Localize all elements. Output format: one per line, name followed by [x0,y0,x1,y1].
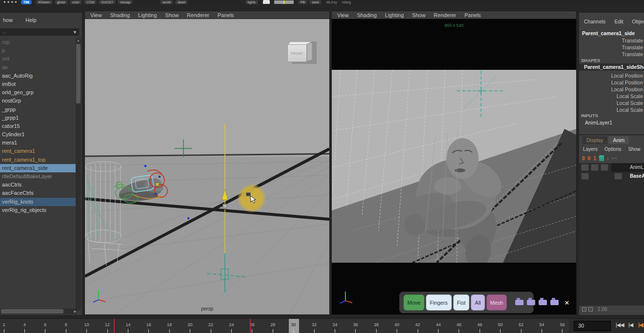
channel-attribute[interactable]: Local Position [579,86,644,93]
outliner-item[interactable]: p [0,46,76,55]
layer-stack-icon[interactable] [599,155,604,161]
lock-toggle[interactable] [601,164,608,171]
viewport-menu-item[interactable]: Renderer [187,12,209,18]
viewport-canvas[interactable]: FRONT persp [85,19,329,314]
anim-layer-row[interactable]: BaseA [579,172,644,181]
timeline-tick[interactable]: 42 [408,319,427,333]
outliner-item[interactable]: cator15 [0,122,76,130]
playblast-button[interactable]: PB [298,0,307,4]
save-button[interactable]: save [309,0,322,4]
timeline-toggle-icon[interactable] [274,0,294,4]
timeline-tick[interactable]: 10 [77,319,97,333]
close-icon[interactable]: × [564,298,569,307]
outliner-item[interactable]: aacFaceCtrls [0,189,76,197]
timeline-tick[interactable]: 20 [181,319,200,333]
outliner-item[interactable]: Cylinder1 [0,130,76,139]
chevron-down-icon[interactable]: ▼ [73,29,77,36]
outliner-item[interactable]: de [0,63,76,72]
viewport-menu-item[interactable]: Renderer [434,12,456,18]
link-icon[interactable]: ⌐¬ [612,156,616,161]
timeline-bookmark-marker[interactable] [114,319,115,333]
outliner-item[interactable]: orld_geo_grp [0,88,76,97]
timeline-tick[interactable]: 18 [160,319,179,333]
timeline-bookmark-marker[interactable] [250,319,251,333]
tim-logo-icon[interactable]: TIM [21,0,32,4]
viewport-menu-item[interactable]: Show [165,12,179,18]
one-key-icon[interactable]: 1 [593,156,596,161]
timeline-tick[interactable]: 56 [553,319,569,333]
picker-button[interactable]: Fingers [426,294,452,311]
shelf-stars-icon[interactable]: ✦✦✦✦ [3,0,18,4]
outliner-item[interactable]: rent_camera1_side [0,164,76,172]
shelf-button[interactable]: dead [175,0,188,4]
outliner-vertical-scrollbar[interactable]: ▲ [76,38,81,311]
zoom-in-icon[interactable]: + [582,307,586,312]
view-cube[interactable]: FRONT [287,40,317,65]
anim-layer-name[interactable]: BaseA [611,172,644,181]
channel-attribute[interactable]: Local Scale [579,106,644,113]
channel-box-menu-item[interactable]: Edit [614,19,623,24]
zero-key-icon[interactable]: 0 [588,156,591,161]
timeline-tick[interactable]: 24 [221,319,241,333]
viewport-menu-item[interactable]: Lighting [385,12,404,18]
folder-icon-4[interactable] [550,300,559,305]
channel-attribute[interactable]: Local Scale [579,93,644,100]
viewport-menu-item[interactable]: Shading [357,12,377,18]
display-page-icon[interactable] [263,0,270,4]
shelf-button[interactable]: color [70,0,82,4]
view-cube-side-face[interactable] [307,42,312,62]
outliner-item[interactable]: nostGrp [0,97,76,105]
folder-icon-1[interactable] [515,300,523,305]
timeline-tick[interactable]: 36 [346,319,365,333]
scroll-up-icon[interactable]: ▲ [76,38,81,43]
viewport-canvas[interactable]: 960 x 540 [332,19,576,314]
timeline-tick[interactable]: 32 [304,319,324,333]
outliner-item[interactable]: _grpp1 [0,114,76,122]
picker-button[interactable]: Fist [453,294,470,311]
input-node[interactable]: AnimLayer1 [585,120,612,125]
picker-button[interactable]: Mesh [486,294,507,311]
outliner-item[interactable]: ont [0,55,76,63]
channel-attribute[interactable]: Translate [579,51,644,58]
picker-button[interactable]: All [471,294,484,311]
scrollbar-thumb[interactable] [1,309,63,313]
timeline-tick[interactable]: 6 [36,319,55,333]
outliner-menu-item[interactable]: how [3,17,13,27]
shape-node-row[interactable]: Parent_camera1_sideShape [579,63,644,71]
outliner-item[interactable]: rsp [0,38,76,46]
mute-toggle[interactable] [581,164,589,171]
outliner-item[interactable]: aac_AutoRig [0,72,76,80]
outliner-item[interactable]: verRig_knots [0,198,76,206]
viewport-menu-item[interactable]: Panels [218,12,234,18]
timeline-tick[interactable]: 4 [15,319,34,333]
shelf-button[interactable]: world [160,0,173,4]
outliner-horizontal-scrollbar[interactable]: ▶ [0,309,77,314]
timeline-tick[interactable]: 28 [263,319,282,333]
timeline-tick[interactable]: 8 [56,319,76,333]
timeline-tick[interactable]: 16 [139,319,159,333]
outliner-item[interactable]: imBot [0,80,76,88]
anim-layer-name[interactable]: AnimL [611,163,644,172]
timeline-tick[interactable]: 26 [242,319,262,333]
channel-attribute[interactable]: Local Scale [579,100,644,106]
anim-menu-item[interactable]: Layers [583,146,598,152]
mute-toggle[interactable] [581,173,589,180]
channel-box-menu-item[interactable]: Object [632,19,644,24]
zoom-out-icon[interactable]: − [588,307,593,312]
timeline-ruler[interactable]: 2468101214161820222426283032343638404244… [0,319,569,333]
picker-button[interactable]: Move [403,294,424,311]
anim-layer-row[interactable]: AnimL [579,163,644,172]
anim-menu-item[interactable]: Options [604,146,621,152]
viewport-menu-item[interactable]: Lighting [138,12,157,18]
timeline-tick[interactable]: 22 [201,319,221,333]
outliner-item[interactable]: _grpp [0,105,76,114]
current-frame-field[interactable]: 30 [574,321,611,331]
viewport-menu-item[interactable]: Show [412,12,426,18]
outliner-item[interactable]: rent_camera1 [0,147,76,155]
channel-attribute[interactable]: Local Position [579,72,644,79]
go-to-start-button[interactable]: |◀◀ [616,322,624,328]
viewport-menu-item[interactable]: View [90,12,102,18]
step-back-frame-button[interactable]: |◀ [638,322,643,328]
timeline-tick[interactable]: 46 [449,319,469,333]
timeline-tick[interactable]: 30 [284,319,303,333]
